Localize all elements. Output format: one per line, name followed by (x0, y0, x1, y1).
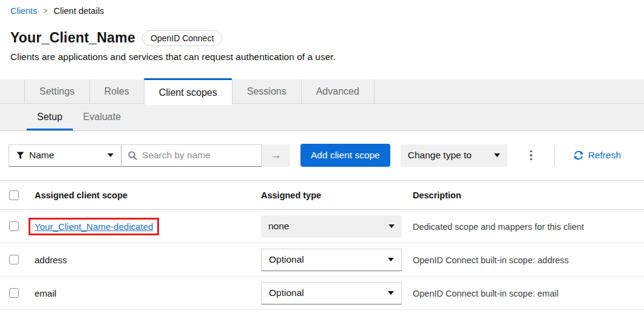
filter-type-label: Name (29, 150, 54, 161)
search-group: → (121, 144, 290, 167)
highlight-annotation-box: Your_Client_Name-dedicated (29, 218, 159, 235)
table-row: Your_Client_Name-dedicated none Dedicate… (0, 210, 644, 243)
tab-settings[interactable]: Settings (24, 79, 89, 103)
scope-name: email (35, 288, 56, 298)
refresh-icon (574, 150, 583, 160)
chevron-down-icon (494, 153, 500, 157)
filter-type-select[interactable]: Name (8, 144, 121, 167)
change-type-dropdown[interactable]: Change type to (401, 144, 507, 167)
tab-advanced[interactable]: Advanced (301, 79, 375, 103)
column-header-assigned-type: Assigned type (261, 181, 413, 210)
scope-name: address (35, 255, 67, 265)
search-submit-button[interactable]: → (262, 144, 290, 167)
kebab-menu-icon (530, 150, 532, 153)
assigned-type-select[interactable]: none (261, 215, 402, 238)
dedicated-scope-link[interactable]: Your_Client_Name-dedicated (35, 221, 153, 232)
assigned-type-value: Optional (269, 254, 304, 265)
tab-client-scopes[interactable]: Client scopes (144, 78, 232, 105)
subtab-setup[interactable]: Setup (27, 104, 73, 130)
add-client-scope-button[interactable]: Add client scope (300, 144, 390, 167)
select-all-checkbox[interactable] (9, 190, 19, 200)
client-scopes-table: Assigned client scope Assigned type Desc… (0, 180, 644, 310)
assigned-type-select[interactable]: Optional (261, 282, 402, 304)
chevron-down-icon (388, 258, 394, 261)
assigned-type-value: none (268, 221, 289, 232)
chevron-down-icon (107, 153, 114, 157)
tab-sessions[interactable]: Sessions (232, 79, 301, 103)
primary-tab-bar: Settings Roles Client scopes Sessions Ad… (0, 79, 644, 104)
page-title: Your_Client_Name (10, 30, 135, 46)
assigned-type-value: Optional (269, 287, 304, 298)
search-icon (128, 151, 137, 160)
search-box (121, 144, 262, 167)
chevron-down-icon (388, 224, 395, 228)
protocol-badge: OpenID Connect (142, 30, 222, 46)
scope-description: OpenID Connect built-in scope: email (413, 289, 558, 298)
change-type-label: Change type to (408, 150, 472, 161)
page-header: Your_Client_Name OpenID Connect Clients … (0, 30, 644, 62)
search-input[interactable] (142, 150, 255, 161)
subtab-evaluate[interactable]: Evaluate (73, 104, 131, 130)
secondary-tab-bar: Setup Evaluate (0, 104, 644, 131)
breadcrumb-link-clients[interactable]: Clients (10, 6, 37, 16)
row-checkbox[interactable] (9, 221, 19, 231)
column-header-description: Description (413, 181, 644, 210)
assigned-type-select[interactable]: Optional (261, 249, 402, 271)
column-header-assigned-client-scope: Assigned client scope (35, 181, 261, 210)
breadcrumb-current: Client details (53, 6, 104, 16)
refresh-button[interactable]: Refresh (574, 150, 621, 161)
scope-description: OpenID Connect built-in scope: address (413, 255, 569, 265)
breadcrumb-separator-icon: > (43, 7, 47, 15)
tab-roles[interactable]: Roles (89, 79, 144, 103)
scope-description: Dedicated scope and mappers for this cli… (413, 222, 584, 232)
row-checkbox[interactable] (9, 255, 19, 264)
table-row: address Optional OpenID Connect built-in… (0, 243, 644, 277)
toolbar: Name → Add client scope Change type to R… (0, 131, 644, 180)
page-subtitle: Clients are applications and services th… (10, 52, 634, 62)
refresh-label: Refresh (588, 150, 621, 161)
chevron-down-icon (388, 291, 394, 295)
arrow-right-icon: → (270, 149, 282, 162)
kebab-menu-button[interactable] (523, 144, 539, 167)
table-header-row: Assigned client scope Assigned type Desc… (0, 181, 644, 210)
row-checkbox[interactable] (9, 288, 19, 298)
filter-icon (16, 152, 24, 160)
toolbar-divider (554, 145, 555, 166)
table-row: email Optional OpenID Connect built-in s… (0, 277, 644, 310)
breadcrumb: Clients > Client details (0, 0, 644, 16)
